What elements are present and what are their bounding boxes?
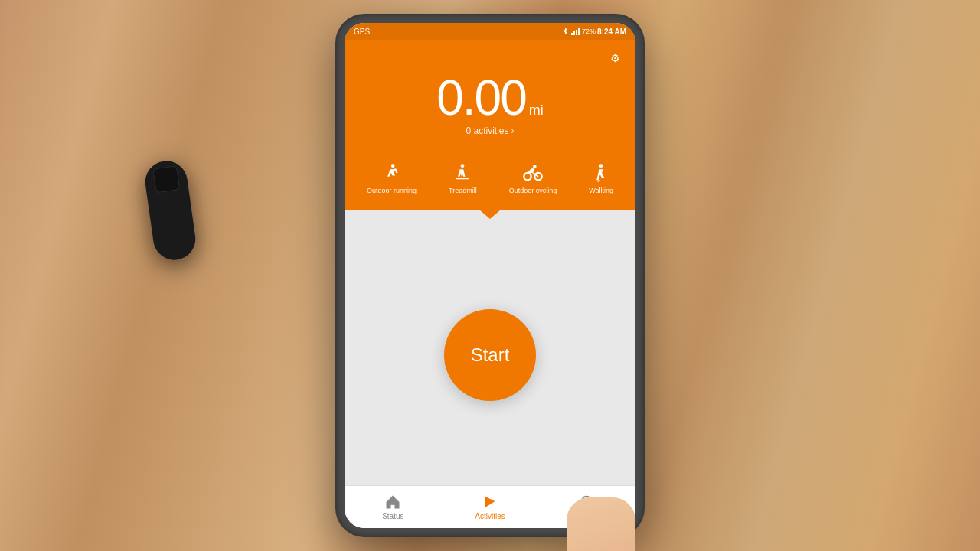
activity-outdoor-running[interactable]: Outdoor running — [361, 159, 423, 197]
svg-rect-3 — [578, 28, 580, 35]
svg-point-8 — [533, 165, 537, 169]
treadmill-icon — [452, 162, 473, 184]
home-icon — [384, 494, 401, 510]
outdoor-running-icon — [381, 162, 403, 184]
svg-point-9 — [599, 164, 603, 168]
activities-link[interactable]: 0 activities › — [466, 126, 514, 136]
svg-rect-0 — [571, 33, 573, 35]
status-bar-left: GPS — [354, 28, 370, 36]
svg-point-6 — [524, 173, 531, 180]
svg-rect-1 — [573, 31, 575, 35]
outdoor-running-label: Outdoor running — [367, 187, 416, 194]
start-button[interactable]: Start — [444, 309, 536, 401]
nav-status[interactable]: Status — [345, 486, 442, 528]
flag-icon — [482, 494, 498, 510]
status-time: 8:24 AM — [597, 28, 626, 36]
svg-rect-2 — [576, 30, 577, 35]
status-bar: GPS 72% 8:24 AM — [345, 23, 635, 40]
distance-container: 0.00 mi 0 activities › — [360, 73, 620, 136]
main-content: Start — [345, 210, 635, 485]
activity-treadmill[interactable]: Treadmill — [443, 159, 483, 197]
chevron-right-icon: › — [511, 126, 514, 136]
svg-point-5 — [461, 164, 465, 168]
settings-icon[interactable]: ⚙ — [610, 52, 620, 64]
nav-activities[interactable]: Activities — [442, 486, 539, 528]
distance-value: 0.00 — [436, 73, 526, 122]
status-bar-right: 72% 8:24 AM — [560, 28, 626, 36]
header-top: ⚙ — [360, 52, 620, 64]
phone-device: GPS 72% 8:24 AM ⚙ 0.00 mi — [337, 15, 643, 536]
treadmill-label: Treadmill — [449, 187, 477, 194]
nav-status-label: Status — [382, 512, 403, 520]
battery-percent: 72% — [582, 28, 596, 35]
distance-unit: mi — [529, 103, 544, 119]
svg-point-4 — [390, 164, 394, 168]
header-section: ⚙ 0.00 mi 0 activities › — [345, 40, 635, 152]
activity-outdoor-cycling[interactable]: Outdoor cycling — [503, 159, 564, 197]
walking-icon — [590, 162, 612, 184]
activities-count-label: 0 activities — [466, 126, 508, 136]
gps-label: GPS — [354, 28, 370, 36]
activity-walking[interactable]: Walking — [583, 159, 619, 197]
walking-label: Walking — [589, 187, 613, 194]
hand — [567, 497, 635, 551]
bluetooth-icon — [560, 28, 570, 35]
distance-row: 0.00 mi — [436, 73, 544, 122]
outdoor-cycling-label: Outdoor cycling — [509, 187, 557, 194]
signal-icon — [571, 28, 580, 35]
activity-strip: Outdoor running Treadmill Outdoo — [345, 152, 635, 210]
phone-screen: GPS 72% 8:24 AM ⚙ 0.00 mi — [345, 23, 635, 528]
outdoor-cycling-icon — [522, 162, 544, 184]
nav-activities-label: Activities — [475, 512, 505, 520]
